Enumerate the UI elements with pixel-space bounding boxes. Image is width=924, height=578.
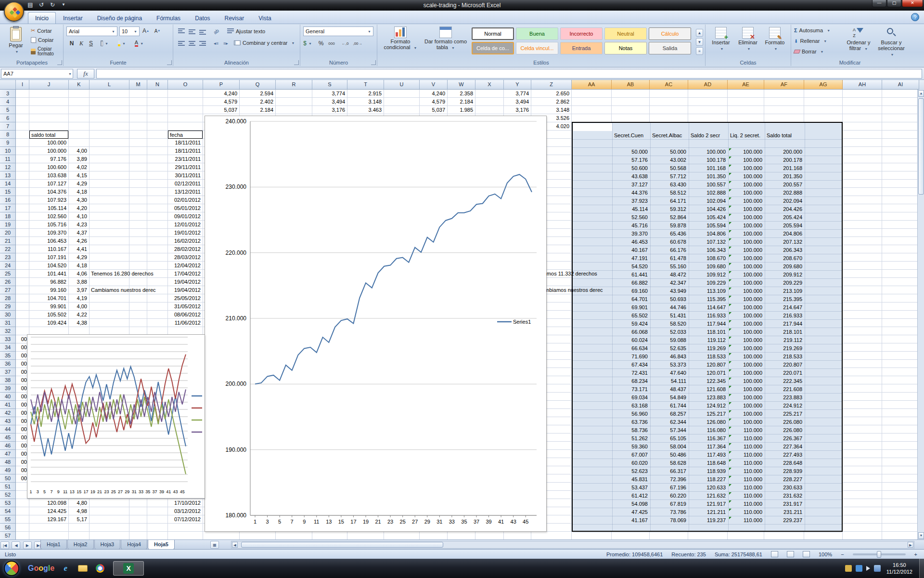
cell-K18[interactable]: 4,10 bbox=[70, 212, 87, 221]
cell-O11[interactable]: 23/11/2011 bbox=[169, 155, 201, 163]
show-desktop-button[interactable] bbox=[919, 559, 924, 578]
row-header-17[interactable]: 17 bbox=[0, 204, 16, 212]
panel-cell[interactable]: 58.736 bbox=[614, 426, 648, 434]
cell-K55[interactable]: 5,17 bbox=[70, 515, 87, 524]
panel-cell[interactable]: 65.502 bbox=[614, 312, 648, 320]
cut-button[interactable]: ✂Cortar bbox=[31, 27, 52, 34]
panel-cell[interactable]: 54.111 bbox=[652, 377, 686, 385]
panel-cell[interactable]: 37.923 bbox=[614, 197, 648, 205]
cell-J55[interactable]: 129.167 bbox=[30, 515, 66, 524]
panel-cell[interactable]: 117.944 bbox=[690, 320, 726, 328]
row-header-15[interactable]: 15 bbox=[0, 188, 16, 196]
panel-cell[interactable]: 61.744 bbox=[652, 402, 686, 410]
cell-O18[interactable]: 09/01/2012 bbox=[169, 212, 201, 221]
scroll-left-icon[interactable]: ◀ bbox=[232, 542, 238, 548]
cell-Z4[interactable]: 2.862 bbox=[532, 98, 569, 106]
selection-panel[interactable]: Secret.CuenSecret.AlbacSaldo 2 secrLiq. … bbox=[572, 122, 843, 532]
prev-sheet-icon[interactable]: ◀ bbox=[12, 541, 20, 549]
panel-cell[interactable]: 58.520 bbox=[652, 320, 686, 328]
row-header-53[interactable]: 53 bbox=[0, 499, 16, 507]
panel-cell[interactable]: 58.512 bbox=[652, 189, 686, 197]
panel-cell[interactable]: 100.000 bbox=[730, 385, 762, 394]
panel-cell[interactable]: 50.600 bbox=[614, 164, 648, 172]
cell-K13[interactable]: 4,15 bbox=[70, 171, 87, 180]
panel-cell[interactable]: 218.101 bbox=[766, 328, 802, 336]
panel-cell[interactable]: 59.424 bbox=[614, 320, 648, 328]
panel-cell[interactable]: 227.364 bbox=[766, 443, 802, 451]
panel-cell[interactable]: 200.178 bbox=[766, 156, 802, 164]
panel-cell[interactable]: 66.634 bbox=[614, 344, 648, 353]
row-header-28[interactable]: 28 bbox=[0, 294, 16, 302]
vertical-scrollbar[interactable]: ▲ ▼ bbox=[917, 90, 924, 539]
panel-cell[interactable]: 53.437 bbox=[614, 484, 648, 492]
panel-cell[interactable]: 225.217 bbox=[766, 410, 802, 418]
cell-O9[interactable]: 18/11/2011 bbox=[169, 139, 201, 147]
start-button[interactable] bbox=[4, 561, 19, 576]
row-header-4[interactable]: 4 bbox=[0, 98, 16, 106]
panel-cell[interactable]: 69.034 bbox=[614, 394, 648, 402]
cell-O24[interactable]: 12/04/2012 bbox=[169, 262, 201, 270]
panel-cell[interactable]: 222.345 bbox=[766, 377, 802, 385]
panel-cell[interactable]: 120.807 bbox=[690, 361, 726, 369]
cell-S4[interactable]: 3,494 bbox=[313, 98, 345, 106]
row-header-42[interactable]: 42 bbox=[0, 409, 16, 417]
row-header-14[interactable]: 14 bbox=[0, 180, 16, 188]
insert-function-icon[interactable]: fx bbox=[77, 69, 94, 79]
sheet-tab-hoja5[interactable]: Hoja5 bbox=[148, 540, 175, 550]
internet-explorer-icon[interactable]: e bbox=[59, 562, 72, 575]
row-header-5[interactable]: 5 bbox=[0, 106, 16, 114]
cell-K30[interactable]: 4,22 bbox=[70, 311, 87, 319]
cell-Q4[interactable]: 2.402 bbox=[241, 98, 273, 106]
cell-K28[interactable]: 4,19 bbox=[70, 294, 87, 302]
column-header-X[interactable]: X bbox=[475, 80, 504, 90]
row-header-37[interactable]: 37 bbox=[0, 368, 16, 376]
panel-cell[interactable]: 61.478 bbox=[652, 254, 686, 263]
currency-format-icon[interactable]: $▼ bbox=[303, 39, 312, 48]
panel-cell[interactable]: 200.000 bbox=[766, 148, 802, 156]
panel-cell[interactable]: 58.004 bbox=[652, 443, 686, 451]
fill-button[interactable]: ⬇Rellenar▼ bbox=[794, 38, 827, 44]
panel-cell[interactable]: 44.376 bbox=[614, 189, 648, 197]
cell-Z5[interactable]: 3.148 bbox=[532, 106, 569, 114]
cell-I46[interactable]: 00 bbox=[16, 442, 27, 450]
underline-button[interactable]: S bbox=[87, 39, 95, 48]
panel-cell[interactable]: 100.000 bbox=[730, 402, 762, 410]
page-layout-view-icon[interactable] bbox=[787, 551, 794, 557]
panel-cell[interactable]: 109.229 bbox=[690, 279, 726, 287]
column-header-S[interactable]: S bbox=[312, 80, 347, 90]
cell-J12[interactable]: 100.600 bbox=[30, 163, 66, 171]
panel-cell[interactable]: 69.901 bbox=[614, 303, 648, 312]
cell-I40[interactable]: 00 bbox=[16, 393, 27, 401]
ribbon-tab-f-rmulas[interactable]: Fórmulas bbox=[149, 12, 188, 24]
cell-J23[interactable]: 107.191 bbox=[30, 253, 66, 262]
panel-cell[interactable]: 50.693 bbox=[652, 295, 686, 303]
panel-cell[interactable]: 100.000 bbox=[730, 328, 762, 336]
cell-J31[interactable]: 109.424 bbox=[30, 319, 66, 327]
small-line-chart[interactable]: 1357911131517192123252729313335373941434… bbox=[27, 334, 205, 499]
panel-cell[interactable]: 63.736 bbox=[614, 418, 648, 426]
row-header-29[interactable]: 29 bbox=[0, 302, 16, 311]
panel-cell[interactable]: 100.000 bbox=[730, 189, 762, 197]
column-header-R[interactable]: R bbox=[276, 80, 312, 90]
big-line-chart[interactable]: 180.000190.000200.000210.000220.000230.0… bbox=[205, 116, 547, 532]
row-header-48[interactable]: 48 bbox=[0, 458, 16, 466]
cell-style-5[interactable]: Cálculo bbox=[649, 27, 691, 40]
panel-cell[interactable]: 123.883 bbox=[690, 394, 726, 402]
panel-cell[interactable]: 202.094 bbox=[766, 197, 802, 205]
cell-O22[interactable]: 28/02/2012 bbox=[169, 245, 201, 253]
panel-cell[interactable]: 116.367 bbox=[690, 434, 726, 443]
cell-I33[interactable]: 00 bbox=[16, 335, 27, 343]
panel-cell[interactable]: 110.000 bbox=[730, 516, 762, 525]
panel-cell[interactable]: 100.000 bbox=[730, 320, 762, 328]
panel-cell[interactable]: 100.000 bbox=[730, 279, 762, 287]
insert-cells-button[interactable]: + Insertar▼ bbox=[708, 26, 733, 59]
panel-cell[interactable]: 204.806 bbox=[766, 230, 802, 238]
cell-J20[interactable]: 109.370 bbox=[30, 229, 66, 237]
panel-cell[interactable]: 50.486 bbox=[652, 451, 686, 459]
cell-P5[interactable]: 5,037 bbox=[204, 106, 237, 114]
cell-I47[interactable]: 00 bbox=[16, 450, 27, 458]
panel-cell[interactable]: 230.633 bbox=[766, 484, 802, 492]
panel-cell[interactable]: 100.000 bbox=[730, 213, 762, 222]
save-icon[interactable]: ▤ bbox=[26, 1, 35, 9]
row-header-52[interactable]: 52 bbox=[0, 491, 16, 499]
